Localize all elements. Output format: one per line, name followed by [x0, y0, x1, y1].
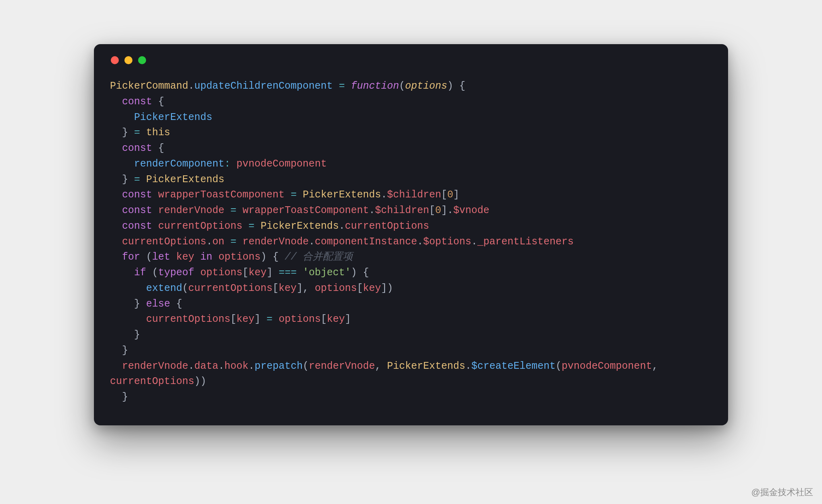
code-token: options	[218, 251, 260, 263]
code-token	[110, 360, 122, 372]
code-token: key	[248, 267, 267, 278]
code-token: ]	[267, 267, 279, 278]
code-token: const	[122, 205, 152, 216]
code-token: (	[182, 282, 188, 294]
code-token: data	[194, 360, 218, 372]
code-token: pvnodeComponent	[562, 360, 652, 372]
code-token: [	[441, 189, 447, 201]
code-token: options	[279, 313, 321, 325]
code-token: const	[122, 220, 152, 232]
code-token: currentOptions	[146, 313, 230, 325]
code-token: [	[242, 267, 248, 278]
code-token: renderComponent	[134, 158, 224, 170]
code-line: }	[110, 327, 712, 343]
code-line: const renderVnode = wrapperToastComponen…	[110, 203, 712, 219]
code-token: options	[405, 80, 447, 92]
code-token: [	[321, 313, 327, 325]
code-line: extend(currentOptions[key], options[key]…	[110, 281, 712, 297]
code-token	[297, 189, 303, 201]
code-token: currentOptions	[345, 220, 429, 232]
code-token: $createElement	[471, 360, 555, 372]
code-token: renderVnode	[309, 360, 375, 372]
code-token	[152, 189, 158, 201]
code-token: [	[230, 313, 236, 325]
code-token: ],	[297, 282, 315, 294]
code-token	[224, 205, 230, 216]
code-token	[110, 189, 122, 201]
code-token: =	[291, 189, 297, 201]
code-token: for	[122, 251, 140, 263]
code-token: let	[152, 251, 170, 263]
code-token: }	[110, 329, 140, 341]
code-token	[110, 282, 146, 294]
code-token: $vnode	[453, 205, 489, 216]
code-token: componentInstance	[315, 236, 417, 248]
code-line: const wrapperToastComponent = PickerExte…	[110, 187, 712, 203]
code-token	[110, 142, 122, 154]
code-line: const {	[110, 141, 712, 156]
code-line: const currentOptions = PickerExtends.cur…	[110, 219, 712, 234]
code-token	[212, 251, 218, 263]
code-token: [	[357, 282, 363, 294]
code-token: .	[206, 236, 212, 248]
code-token: ) {	[351, 267, 369, 278]
code-token: (	[303, 360, 309, 372]
code-token: (	[140, 251, 152, 263]
code-token: PickerExtends	[260, 220, 339, 232]
code-token: .	[381, 189, 387, 201]
code-token	[254, 220, 260, 232]
code-token	[194, 267, 200, 278]
code-token	[110, 251, 122, 263]
code-token: options	[315, 282, 357, 294]
code-token: {	[152, 142, 164, 154]
code-token	[194, 251, 200, 263]
code-token: key	[279, 282, 297, 294]
code-token: PickerExtends	[134, 112, 212, 123]
code-token: }	[110, 298, 146, 310]
code-token: ].	[441, 205, 453, 216]
code-token: 'object'	[303, 267, 351, 278]
code-token: renderVnode	[242, 236, 309, 248]
code-token: .	[471, 236, 477, 248]
code-token	[273, 313, 279, 325]
code-token: }	[110, 345, 128, 356]
code-token: .	[369, 205, 375, 216]
code-token: const	[122, 96, 152, 108]
code-token: =	[134, 127, 140, 138]
code-token: currentOptions	[188, 282, 273, 294]
code-token: updateChildrenComponent	[194, 80, 333, 92]
code-token: ]	[453, 189, 459, 201]
traffic-lights	[111, 56, 712, 64]
code-token: on	[212, 236, 224, 248]
code-token: }	[110, 391, 128, 403]
code-token: (	[555, 360, 562, 372]
code-token: prepatch	[254, 360, 303, 372]
code-token: ])	[381, 282, 393, 294]
code-token: const	[122, 142, 152, 154]
code-token: renderVnode	[122, 360, 188, 372]
code-token: ) {	[260, 251, 285, 263]
code-token: {	[152, 96, 164, 108]
code-token: [	[273, 282, 279, 294]
code-token: .	[248, 360, 254, 372]
code-token	[110, 158, 134, 170]
code-token: ) {	[447, 80, 465, 92]
code-token: .	[339, 220, 345, 232]
code-token	[285, 189, 291, 201]
code-token	[110, 236, 122, 248]
minimize-icon[interactable]	[124, 56, 132, 64]
code-token: (	[399, 80, 405, 92]
code-line: } else {	[110, 297, 712, 312]
close-icon[interactable]	[111, 56, 119, 64]
code-line: }	[110, 390, 712, 405]
code-block: PickerCommand.updateChildrenComponent = …	[110, 79, 712, 405]
code-token: const	[122, 189, 152, 201]
code-line: for (let key in options) { // 合并配置项	[110, 250, 712, 265]
code-token: hook	[224, 360, 248, 372]
zoom-icon[interactable]	[138, 56, 146, 64]
code-token: PickerExtends	[146, 174, 224, 185]
code-token: =	[267, 313, 273, 325]
code-token: $options	[423, 236, 471, 248]
code-token	[236, 236, 242, 248]
code-token: ,	[652, 360, 664, 372]
